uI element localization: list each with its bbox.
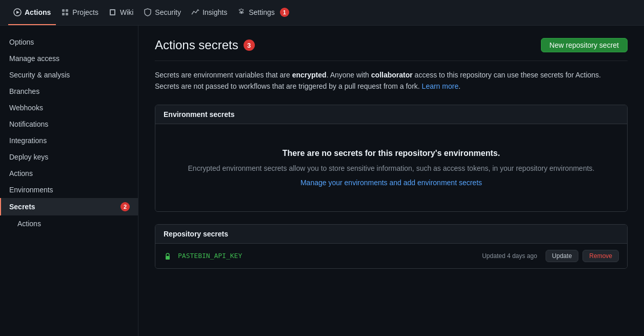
svg-rect-2 xyxy=(62,9,65,12)
svg-rect-8 xyxy=(166,256,170,260)
nav-item-insights[interactable]: Insights xyxy=(186,0,232,25)
env-secrets-empty-desc: Encrypted environment secrets allow you … xyxy=(168,164,615,172)
nav-settings-label: Settings xyxy=(249,8,275,16)
sidebar: Options Manage access Security & analysi… xyxy=(0,26,138,336)
description-line1: Secrets are environment variables that a… xyxy=(155,69,628,81)
env-secrets-empty-title: There are no secrets for this repository… xyxy=(168,149,615,158)
page-layout: Options Manage access Security & analysi… xyxy=(0,26,644,336)
chart-icon xyxy=(191,8,199,16)
learn-more-link[interactable]: Learn more xyxy=(422,82,459,90)
nav-projects-label: Projects xyxy=(72,8,98,16)
secrets-badge: 2 xyxy=(120,202,130,211)
svg-rect-5 xyxy=(66,13,68,15)
nav-security-label: Security xyxy=(155,8,181,16)
sidebar-item-manage-access[interactable]: Manage access xyxy=(0,50,138,67)
collaborator-text: collaborator xyxy=(371,71,413,79)
project-icon xyxy=(61,8,69,16)
secret-name: PASTEBIN_API_KEY xyxy=(178,252,482,260)
secret-action-buttons: Update Remove xyxy=(546,250,619,262)
sidebar-item-branches[interactable]: Branches xyxy=(0,83,138,100)
nav-item-actions[interactable]: Actions xyxy=(8,0,56,25)
settings-badge: 1 xyxy=(280,8,289,17)
environment-secrets-section: Environment secrets There are no secrets… xyxy=(155,105,628,212)
sidebar-item-options[interactable]: Options xyxy=(0,34,138,50)
nav-insights-label: Insights xyxy=(203,8,227,16)
encrypted-text: encrypted xyxy=(292,71,327,79)
sidebar-item-deploy-keys[interactable]: Deploy keys xyxy=(0,149,138,165)
secret-row: PASTEBIN_API_KEY Updated 4 days ago Upda… xyxy=(155,244,627,268)
sidebar-item-webhooks[interactable]: Webhooks xyxy=(0,100,138,116)
sidebar-item-actions2[interactable]: Actions xyxy=(0,215,138,232)
nav-item-security[interactable]: Security xyxy=(138,0,186,25)
page-title: Actions secrets 3 xyxy=(155,38,255,52)
repository-secrets-section: Repository secrets PASTEBIN_API_KEY Upda… xyxy=(155,224,628,269)
page-title-badge: 3 xyxy=(244,39,255,51)
svg-marker-1 xyxy=(16,11,19,14)
env-secrets-empty: There are no secrets for this repository… xyxy=(155,124,627,211)
top-nav: Actions Projects Wiki Secu xyxy=(0,0,644,26)
lock-icon xyxy=(164,251,172,261)
nav-item-projects[interactable]: Projects xyxy=(56,0,104,25)
secret-updated: Updated 4 days ago xyxy=(482,252,537,260)
remove-secret-button[interactable]: Remove xyxy=(582,250,619,262)
repo-secrets-header: Repository secrets xyxy=(155,225,627,244)
gear-icon xyxy=(237,8,246,16)
nav-item-settings[interactable]: Settings 1 xyxy=(232,0,294,25)
shield-icon xyxy=(144,8,152,16)
main-content: Actions secrets 3 New repository secret … xyxy=(138,26,644,336)
sidebar-item-notifications[interactable]: Notifications xyxy=(0,116,138,132)
nav-wiki-label: Wiki xyxy=(120,8,133,16)
book-icon xyxy=(109,8,117,16)
sidebar-item-secrets[interactable]: Secrets 2 xyxy=(0,198,138,215)
play-icon xyxy=(13,8,22,16)
svg-rect-3 xyxy=(66,9,68,12)
new-repository-secret-button[interactable]: New repository secret xyxy=(541,38,628,52)
env-secrets-header: Environment secrets xyxy=(155,105,627,124)
manage-environments-link[interactable]: Manage your environments and add environ… xyxy=(300,179,482,187)
description-line2: Secrets are not passed to workflows that… xyxy=(155,81,628,92)
nav-actions-label: Actions xyxy=(25,8,51,16)
sidebar-item-actions[interactable]: Actions xyxy=(0,165,138,182)
sidebar-item-security-analysis[interactable]: Security & analysis xyxy=(0,67,138,83)
svg-rect-4 xyxy=(62,13,65,15)
sidebar-item-environments[interactable]: Environments xyxy=(0,182,138,198)
sidebar-item-integrations[interactable]: Integrations xyxy=(0,132,138,149)
update-secret-button[interactable]: Update xyxy=(546,250,579,262)
description: Secrets are environment variables that a… xyxy=(155,69,628,92)
nav-item-wiki[interactable]: Wiki xyxy=(104,0,138,25)
page-header: Actions secrets 3 New repository secret xyxy=(155,38,628,61)
